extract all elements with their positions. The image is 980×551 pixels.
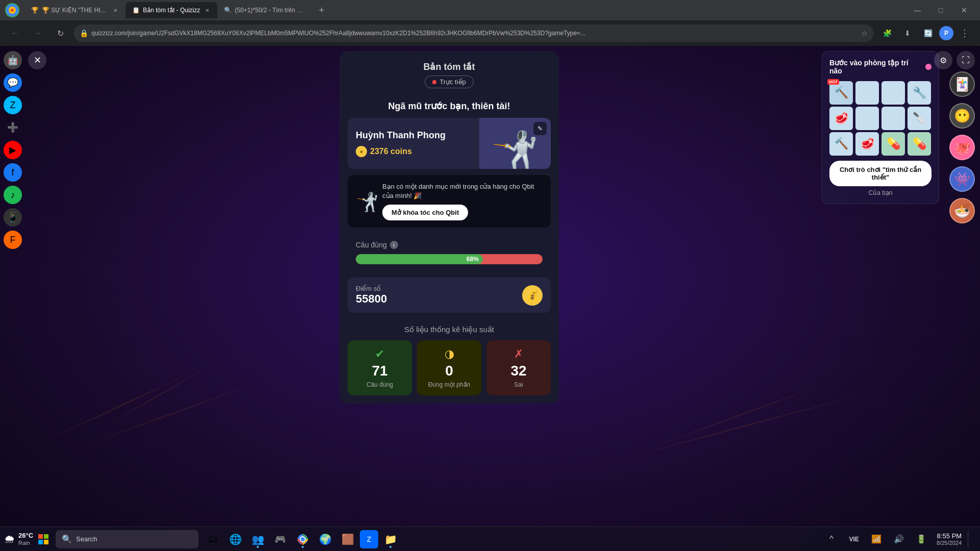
- shop-notification: 🤺 Bạn có một danh mục mới trong cửa hàng…: [348, 175, 551, 228]
- forward-button[interactable]: →: [29, 24, 47, 42]
- item-cell-9[interactable]: 🥩: [855, 132, 879, 156]
- minimize-button[interactable]: —: [905, 0, 929, 20]
- tab-1-favicon: 🏆: [31, 6, 39, 14]
- sidebar-spotify-icon[interactable]: ♪: [4, 186, 22, 204]
- sidebar-app1-icon[interactable]: 📱: [4, 208, 22, 227]
- live-button[interactable]: Trực tiếp: [425, 76, 474, 88]
- shop-notification-text: Bạn có một danh mục mới trong cửa hàng c…: [382, 182, 543, 201]
- sidebar-youtube-icon[interactable]: ▶: [4, 141, 22, 159]
- tab-2[interactable]: 📋 Bản tóm tắt - Quizizz ✕: [126, 2, 217, 18]
- tab-3[interactable]: 🔍 (50+1)*50/2 - Tìm trên Google: [217, 2, 312, 18]
- item-cell-10[interactable]: 💊: [881, 132, 905, 156]
- taskbar-gamepass[interactable]: 🎮: [270, 529, 290, 549]
- keyboard-layout[interactable]: VIE: [845, 530, 863, 548]
- partial-value: 0: [423, 363, 475, 379]
- taskbar-icons: 🗂 🌐 👥 🎮 🌍 🟫 Z 📁: [203, 529, 401, 549]
- start-button[interactable]: [33, 529, 54, 549]
- volume-icon[interactable]: 🔊: [890, 530, 908, 548]
- maximize-button[interactable]: □: [929, 0, 952, 20]
- item-cell-2[interactable]: [881, 81, 905, 105]
- svg-point-2: [11, 9, 14, 12]
- search-magnifier-icon: 🔍: [62, 534, 72, 544]
- sidebar-ai-icon[interactable]: 🤖: [4, 51, 22, 69]
- correct-icon: ✔: [354, 347, 406, 361]
- item-cell-8[interactable]: 🔨: [829, 132, 853, 156]
- weather-widget[interactable]: 🌧 26°C Rain: [4, 532, 33, 546]
- extensions-button[interactable]: 🧩: [878, 24, 896, 42]
- download-button[interactable]: ⬇: [898, 24, 917, 42]
- item-cell-0[interactable]: HOT 🔨: [829, 81, 853, 105]
- close-overlay-button[interactable]: ✕: [28, 51, 46, 69]
- sidebar-friso-icon[interactable]: F: [4, 231, 22, 249]
- bookmark-star-icon[interactable]: ☆: [861, 29, 868, 37]
- taskbar-right: ^ VIE 📶 🔊 🔋 8:55 PM 8/25/2024: [822, 530, 976, 548]
- menu-button[interactable]: ⋮: [955, 24, 974, 42]
- card-title: Bản tóm tắt: [350, 61, 549, 72]
- address-bar[interactable]: 🔒 quizzizz.com/join/game/U2FsdGVkX18MG25…: [74, 24, 874, 42]
- taskbar-minecraft[interactable]: 🟫: [337, 529, 358, 549]
- item-cell-3[interactable]: 🔧: [908, 81, 931, 105]
- svg-rect-3: [38, 534, 43, 539]
- item-cell-7[interactable]: 🔪: [908, 107, 931, 130]
- unlock-button[interactable]: Mở khóa tóc cho Qbit: [382, 205, 468, 220]
- back-button[interactable]: ←: [6, 24, 24, 42]
- wrong-icon: ✗: [493, 347, 545, 361]
- reload-button[interactable]: ↻: [51, 24, 69, 42]
- sync-button[interactable]: 🔄: [919, 24, 937, 42]
- taskbar-zalo[interactable]: Z: [360, 530, 378, 548]
- tab-2-title: Bản tóm tắt - Quizizz: [143, 7, 200, 14]
- weather-info: 26°C Rain: [18, 532, 33, 546]
- tab-1-close[interactable]: ✕: [111, 6, 119, 14]
- shop-text: Bạn có một danh mục mới trong cửa hàng c…: [382, 182, 543, 220]
- sidebar-messenger-icon[interactable]: 💬: [4, 73, 22, 92]
- taskbar-clock[interactable]: 8:55 PM 8/25/2024: [935, 532, 964, 546]
- new-tab-button[interactable]: +: [314, 3, 329, 17]
- right-avatar-1[interactable]: 😶: [949, 103, 975, 129]
- show-desktop-button[interactable]: [968, 530, 972, 548]
- sidebar-add-icon[interactable]: ➕: [4, 118, 22, 137]
- tab-1[interactable]: 🏆 🏆 SỰ KIỆN "THE HIDDEN DETEC ✕: [24, 2, 126, 18]
- close-button[interactable]: ✕: [952, 0, 976, 20]
- right-sidebar: 🃏 😶 🐙 👾 🍜: [949, 71, 975, 223]
- progress-bar-fill: 68%: [356, 254, 483, 264]
- partial-label: Đúng một phần: [423, 381, 475, 388]
- profile-icon[interactable]: P: [939, 26, 953, 40]
- play-button[interactable]: Chơi trò chơi "tìm thứ cần thiết": [829, 161, 932, 186]
- score-info: Điểm số 55800: [356, 285, 387, 306]
- live-button-text: Trực tiếp: [439, 78, 466, 86]
- battery-icon[interactable]: 🔋: [912, 530, 930, 548]
- coins-value: 2376 coins: [370, 147, 412, 156]
- right-avatar-3[interactable]: 👾: [949, 166, 975, 192]
- score-value: 55800: [356, 292, 387, 306]
- right-avatar-2[interactable]: 🐙: [949, 135, 975, 160]
- right-avatar-4[interactable]: 🍜: [949, 198, 975, 223]
- sidebar-zalo-icon[interactable]: Z: [4, 96, 22, 114]
- window-controls: — □ ✕: [905, 0, 976, 20]
- taskbar-task-view[interactable]: 🗂: [203, 529, 223, 549]
- taskbar-chrome[interactable]: [292, 529, 313, 549]
- item-cell-5[interactable]: [855, 107, 879, 130]
- item-cell-11[interactable]: 💊: [908, 132, 931, 156]
- svg-rect-5: [38, 540, 43, 544]
- settings-button[interactable]: ⚙: [934, 51, 952, 69]
- tab-2-close[interactable]: ✕: [203, 6, 211, 14]
- taskbar: 🌧 26°C Rain 🔍 Search 🗂 🌐 👥 🎮: [0, 527, 980, 551]
- sidebar-facebook-icon[interactable]: f: [4, 163, 22, 182]
- taskbar-ie[interactable]: 🌍: [315, 529, 335, 549]
- expand-button[interactable]: ⛶: [957, 51, 975, 69]
- taskbar-search[interactable]: 🔍 Search: [56, 530, 199, 548]
- item-cell-1[interactable]: [855, 81, 879, 105]
- network-icon[interactable]: 📶: [867, 530, 886, 548]
- system-tray-chevron[interactable]: ^: [822, 530, 841, 548]
- item-cell-4[interactable]: 🥩: [829, 107, 853, 130]
- avatar-edit-icon[interactable]: ✎: [533, 122, 547, 135]
- right-avatar-0[interactable]: 🃏: [949, 71, 975, 97]
- taskbar-teams[interactable]: 👥: [248, 529, 268, 549]
- top-right-buttons: ⚙ ⛶: [934, 51, 975, 69]
- card-subtitle: Ngã mũ trước bạn, thiên tài!: [339, 92, 559, 118]
- item-cell-6[interactable]: [881, 107, 905, 130]
- card-header: Bản tóm tắt Trực tiếp: [339, 51, 559, 92]
- accuracy-info-icon[interactable]: i: [390, 241, 398, 249]
- taskbar-explorer[interactable]: 📁: [380, 529, 401, 549]
- taskbar-edge[interactable]: 🌐: [225, 529, 246, 549]
